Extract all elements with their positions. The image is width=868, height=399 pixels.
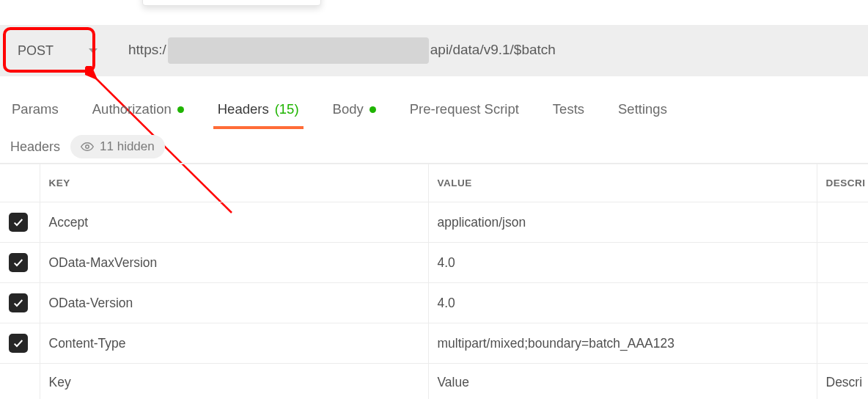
table-row: Acceptapplication/json bbox=[0, 202, 868, 243]
cell-value[interactable]: 4.0 bbox=[428, 243, 817, 283]
col-header-value: VALUE bbox=[428, 164, 817, 202]
eye-icon bbox=[81, 142, 94, 152]
tab-authorization[interactable]: Authorization bbox=[91, 94, 185, 125]
cell-checkbox bbox=[0, 283, 40, 323]
table-row: OData-Version4.0 bbox=[0, 283, 868, 323]
cell-checkbox bbox=[0, 243, 40, 283]
cell-description[interactable] bbox=[817, 323, 868, 364]
cell-value-placeholder[interactable]: Value bbox=[428, 364, 817, 400]
cell-checkbox bbox=[0, 202, 40, 243]
table-row: OData-MaxVersion4.0 bbox=[0, 243, 868, 283]
chevron-down-icon bbox=[89, 48, 98, 54]
row-enable-checkbox[interactable] bbox=[9, 334, 28, 353]
tab-headers[interactable]: Headers (15) bbox=[216, 94, 301, 125]
tab-settings[interactable]: Settings bbox=[617, 94, 669, 125]
cell-key[interactable]: OData-MaxVersion bbox=[40, 243, 428, 283]
col-header-key: KEY bbox=[40, 164, 428, 202]
svg-point-2 bbox=[86, 145, 89, 149]
http-method-label: POST bbox=[18, 43, 54, 59]
cell-description[interactable] bbox=[817, 202, 868, 243]
tab-body[interactable]: Body bbox=[331, 94, 378, 125]
col-header-checkbox bbox=[0, 164, 40, 202]
cell-key[interactable]: Accept bbox=[40, 202, 428, 243]
cell-key[interactable]: Content-Type bbox=[40, 323, 428, 364]
row-enable-checkbox[interactable] bbox=[9, 293, 28, 312]
cell-value[interactable]: application/json bbox=[428, 202, 817, 243]
headers-table: KEY VALUE DESCRI Acceptapplication/jsonO… bbox=[0, 163, 868, 399]
cell-key-placeholder[interactable]: Key bbox=[40, 364, 428, 400]
cell-checkbox bbox=[0, 323, 40, 364]
cell-value[interactable]: multipart/mixed;boundary=batch_AAA123 bbox=[428, 323, 817, 364]
request-url-bar: POST https:/api/data/v9.1/$batch bbox=[0, 25, 868, 76]
cell-description[interactable] bbox=[817, 243, 868, 283]
row-enable-checkbox[interactable] bbox=[9, 213, 28, 232]
tab-params[interactable]: Params bbox=[10, 94, 60, 125]
hidden-count-label: 11 hidden bbox=[100, 139, 155, 154]
cell-description[interactable] bbox=[817, 283, 868, 323]
url-text: https:/api/data/v9.1/$batch bbox=[128, 37, 556, 64]
table-row-new: KeyValueDescri bbox=[0, 364, 868, 400]
table-row: Content-Typemultipart/mixed;boundary=bat… bbox=[0, 323, 868, 364]
headers-count: (15) bbox=[275, 101, 299, 117]
check-icon bbox=[12, 297, 24, 309]
cell-description-placeholder[interactable]: Descri bbox=[817, 364, 868, 400]
url-masked-segment bbox=[168, 37, 429, 64]
headers-subheader: Headers 11 hidden bbox=[10, 135, 165, 158]
toggle-hidden-headers[interactable]: 11 hidden bbox=[70, 135, 165, 158]
cell-checkbox bbox=[0, 364, 40, 400]
cell-key[interactable]: OData-Version bbox=[40, 283, 428, 323]
table-header-row: KEY VALUE DESCRI bbox=[0, 164, 868, 202]
url-input[interactable]: https:/api/data/v9.1/$batch bbox=[114, 25, 861, 76]
cell-value[interactable]: 4.0 bbox=[428, 283, 817, 323]
status-dot-icon bbox=[369, 106, 376, 113]
http-method-select[interactable]: POST bbox=[0, 30, 114, 71]
request-tabs: Params Authorization Headers (15) Body P… bbox=[10, 94, 868, 125]
check-icon bbox=[12, 257, 24, 268]
row-enable-checkbox[interactable] bbox=[9, 253, 28, 272]
col-header-description: DESCRI bbox=[817, 164, 868, 202]
tab-tests[interactable]: Tests bbox=[551, 94, 586, 125]
check-icon bbox=[12, 216, 24, 228]
tab-pre-request-script[interactable]: Pre-request Script bbox=[408, 94, 521, 125]
check-icon bbox=[12, 337, 24, 349]
status-dot-icon bbox=[177, 106, 184, 113]
headers-label: Headers bbox=[10, 139, 60, 155]
set-as-variable-menu-item[interactable]: Set as variable bbox=[142, 0, 321, 6]
